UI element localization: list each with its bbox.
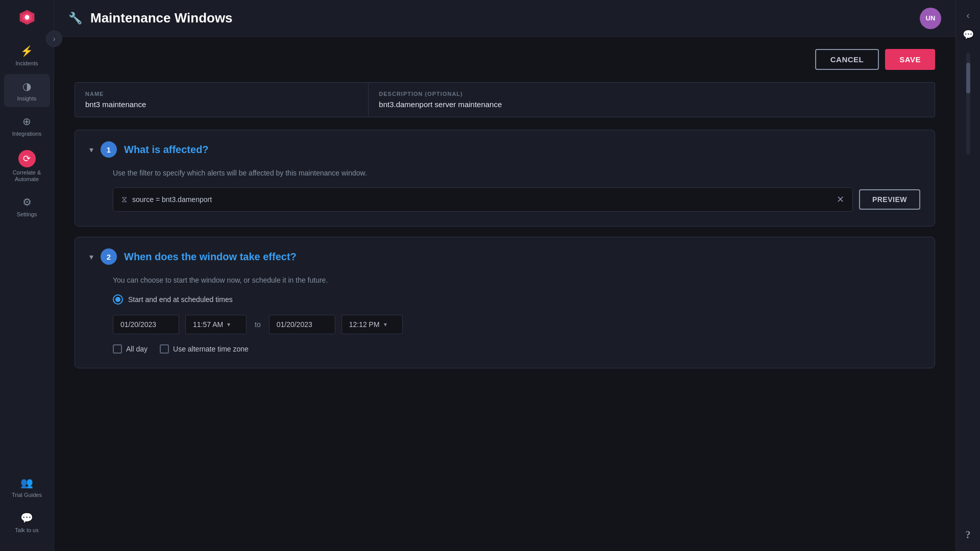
chevron-right-icon: › [53, 35, 56, 43]
section1-header[interactable]: ▾ 1 What is affected? [75, 130, 935, 169]
insights-icon: ◑ [20, 79, 34, 93]
section1-description: Use the filter to specify which alerts w… [89, 169, 920, 177]
filter-icon: ⧖ [121, 195, 127, 204]
page-title: Maintenance Windows [90, 10, 233, 26]
sidebar-item-correlate-label: Correlate & Automate [8, 169, 46, 183]
settings-icon: ⚙ [20, 195, 34, 209]
sidebar-item-integrations[interactable]: ⊕ Integrations [4, 109, 50, 142]
filter-clear-icon[interactable]: ✕ [837, 194, 844, 205]
start-time-value: 11:57 AM [193, 320, 223, 329]
correlate-icon: ⟳ [18, 150, 36, 167]
allday-checkbox[interactable] [113, 344, 122, 354]
end-time-value: 12:12 PM [349, 320, 380, 329]
right-panel: ‹ 💬 ? [955, 0, 980, 551]
question-icon[interactable]: ? [966, 529, 971, 541]
name-value: bnt3 maintenance [85, 100, 358, 109]
section-when-effect: ▾ 2 When does the window take effect? Yo… [75, 237, 935, 368]
sidebar-item-settings-label: Settings [17, 211, 37, 218]
scrollbar-track [966, 53, 970, 155]
scrollbar-thumb[interactable] [966, 63, 970, 93]
section1-chevron-icon: ▾ [89, 145, 93, 155]
svg-point-0 [24, 15, 29, 20]
sidebar-item-incidents-label: Incidents [15, 60, 38, 67]
section2-number: 2 [101, 248, 117, 265]
end-date-input[interactable]: 01/20/2023 [269, 315, 335, 334]
sidebar-item-talk-label: Talk to us [15, 527, 38, 534]
sidebar-item-insights-label: Insights [17, 95, 37, 102]
filter-input[interactable]: ⧖ source = bnt3.damenport ✕ [113, 187, 853, 212]
section2-chevron-icon: ▾ [89, 252, 93, 262]
alternate-timezone-checkbox[interactable] [160, 344, 169, 354]
section1-body: Use the filter to specify which alerts w… [75, 169, 935, 226]
alternate-timezone-label: Use alternate time zone [173, 345, 249, 353]
sidebar-item-integrations-label: Integrations [12, 131, 41, 137]
radio-scheduled-times[interactable]: Start and end at scheduled times [89, 294, 920, 305]
description-field[interactable]: DESCRIPTION (Optional) bnt3.damenport se… [369, 83, 935, 117]
allday-label: All day [126, 345, 148, 353]
start-time-input[interactable]: 11:57 AM ▾ [185, 315, 247, 334]
radio-selected-indicator [115, 297, 120, 302]
radio-label: Start and end at scheduled times [128, 295, 233, 304]
section2-header[interactable]: ▾ 2 When does the window take effect? [75, 237, 935, 276]
page-header: 🔧 Maintenance Windows UN [54, 0, 955, 37]
description-value: bnt3.damenport server maintenance [379, 100, 924, 109]
name-field[interactable]: NAME bnt3 maintenance [75, 83, 369, 117]
end-time-dropdown-icon: ▾ [384, 321, 387, 328]
main-content: CANCEL SAVE NAME bnt3 maintenance DESCRI… [54, 37, 955, 551]
sidebar-item-trial-label: Trial Guides [12, 492, 42, 498]
action-bar: CANCEL SAVE [75, 49, 935, 70]
sidebar-item-incidents[interactable]: ⚡ Incidents [4, 39, 50, 72]
allday-checkbox-item[interactable]: All day [113, 344, 148, 354]
form-fields-row: NAME bnt3 maintenance DESCRIPTION (Optio… [75, 82, 935, 117]
checkbox-row: All day Use alternate time zone [89, 344, 920, 354]
chat-icon[interactable]: 💬 [963, 29, 974, 40]
sidebar-item-correlate[interactable]: ⟳ Correlate & Automate [4, 145, 50, 188]
save-button[interactable]: SAVE [885, 49, 935, 70]
section2-body: You can choose to start the window now, … [75, 276, 935, 368]
radio-circle [113, 294, 123, 305]
sidebar-item-trial[interactable]: 👥 Trial Guides [4, 470, 50, 504]
to-label: to [253, 320, 263, 329]
trial-icon: 👥 [20, 475, 34, 490]
end-time-input[interactable]: 12:12 PM ▾ [341, 315, 403, 334]
integrations-icon: ⊕ [20, 114, 34, 129]
preview-button[interactable]: PREVIEW [859, 189, 920, 210]
datetime-row: 01/20/2023 11:57 AM ▾ to 01/20/2023 12:1… [89, 315, 920, 334]
sidebar-item-talk[interactable]: 💬 Talk to us [4, 506, 50, 539]
section1-number: 1 [101, 141, 117, 158]
section1-title: What is affected? [124, 144, 209, 156]
talk-icon: 💬 [20, 511, 34, 525]
sidebar-item-settings[interactable]: ⚙ Settings [4, 190, 50, 223]
app-logo[interactable] [16, 6, 38, 29]
user-avatar[interactable]: UN [920, 8, 941, 29]
start-time-dropdown-icon: ▾ [227, 321, 230, 328]
alternate-timezone-checkbox-item[interactable]: Use alternate time zone [160, 344, 249, 354]
section2-description: You can choose to start the window now, … [89, 276, 920, 284]
sidebar-item-insights[interactable]: ◑ Insights [4, 74, 50, 107]
section-what-affected: ▾ 1 What is affected? Use the filter to … [75, 130, 935, 227]
filter-row: ⧖ source = bnt3.damenport ✕ PREVIEW [89, 187, 920, 212]
sidebar: ⚡ Incidents ◑ Insights ⊕ Integrations ⟳ … [0, 0, 54, 551]
description-label: DESCRIPTION (Optional) [379, 91, 924, 97]
sidebar-collapse-button[interactable]: › [46, 31, 62, 47]
panel-collapse-icon[interactable]: ‹ [967, 10, 970, 21]
filter-text-value: source = bnt3.damenport [132, 195, 831, 204]
name-label: NAME [85, 91, 358, 97]
incidents-icon: ⚡ [20, 44, 34, 58]
section2-title: When does the window take effect? [124, 251, 297, 263]
cancel-button[interactable]: CANCEL [815, 49, 879, 70]
start-date-input[interactable]: 01/20/2023 [113, 315, 179, 334]
wrench-icon: 🔧 [68, 12, 82, 25]
